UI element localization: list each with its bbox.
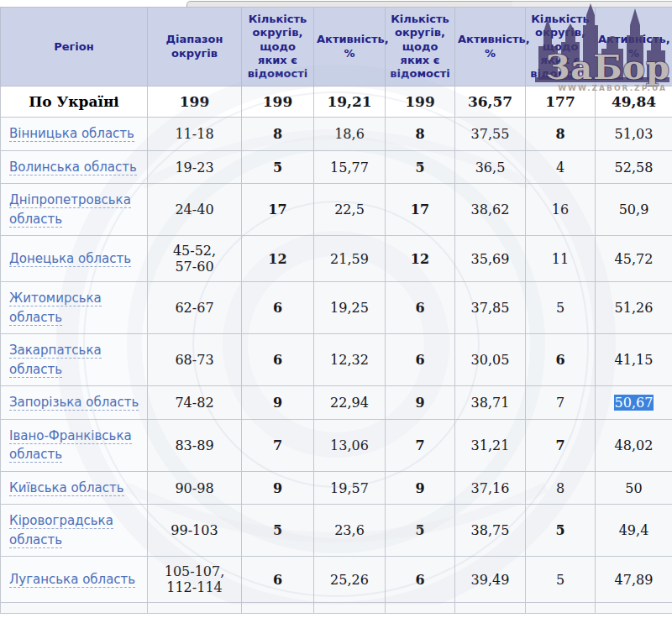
count-cell-3: 16 xyxy=(526,184,596,236)
activity-cell-2: 31,21 xyxy=(455,419,526,471)
summary-count-3: 177 xyxy=(526,86,596,118)
activity-cell-3: 49,4 xyxy=(596,505,672,557)
range-value: 68-73 xyxy=(148,334,242,386)
activity-cell-2: 30,05 xyxy=(455,334,526,386)
table-row: Закарпатська область 68-73 6 12,32 6 30,… xyxy=(1,334,672,386)
table-row: Волинська область 19-23 5 15,77 5 36,5 4… xyxy=(1,150,672,184)
header-activity-1: Активність, % xyxy=(314,8,386,86)
activity-cell-3: 50,9 xyxy=(596,184,672,236)
count-cell-1: 5 xyxy=(242,150,314,184)
region-cell: Житомирська область xyxy=(1,282,148,334)
count-cell-2: 5 xyxy=(386,150,455,184)
region-cell: Івано-Франківська область xyxy=(1,419,148,471)
summary-activity-3: 49,84 xyxy=(596,86,672,118)
activity-cell-3: 51,03 xyxy=(596,118,672,151)
activity-cell-3: 51,26 xyxy=(596,282,672,334)
count-cell-2: 7 xyxy=(386,419,455,471)
region-link[interactable]: Вінницька область xyxy=(9,126,134,142)
region-link[interactable]: Житомирська область xyxy=(9,291,102,326)
region-cell: Київська область xyxy=(1,471,148,505)
count-cell-3: 5 xyxy=(526,282,596,334)
region-link[interactable]: Дніпропетровська область xyxy=(9,192,131,228)
activity-cell-1: 18,6 xyxy=(314,118,386,151)
activity-cell-1: 25,26 xyxy=(314,557,386,603)
count-cell-1: 6 xyxy=(242,557,314,603)
region-link[interactable]: Волинська область xyxy=(9,160,137,175)
count-cell-3: 7 xyxy=(526,419,596,471)
count-cell-1: 8 xyxy=(242,118,314,151)
activity-cell-2: 38,62 xyxy=(455,184,526,236)
region-link[interactable]: Луганська область xyxy=(9,572,135,588)
activity-cell-1: 13,06 xyxy=(314,419,386,471)
activity-cell-1: 21,59 xyxy=(314,236,386,282)
activity-cell-2: 37,55 xyxy=(455,118,526,151)
table-row: Запорізька область 74-82 9 22,94 9 38,71… xyxy=(1,386,672,420)
count-cell-2: 8 xyxy=(386,118,455,151)
header-district-range: Діапазон округів xyxy=(148,8,242,86)
count-cell-3: 11 xyxy=(526,236,596,282)
range-value: 24-40 xyxy=(148,184,242,236)
count-cell-3: 5 xyxy=(526,505,596,557)
count-cell-3: 5 xyxy=(526,557,596,603)
range-value: 19-23 xyxy=(148,150,242,184)
count-cell-1: 9 xyxy=(242,386,314,420)
header-districts-reported-3: Кількість округів, щодо яких є відомості xyxy=(526,8,596,86)
count-cell-2: 9 xyxy=(386,471,455,505)
header-activity-3: Активність, % xyxy=(596,8,672,86)
region-link[interactable]: Київська область xyxy=(9,480,124,496)
header-districts-reported-2: Кількість округів, щодо яких є відомості xyxy=(386,8,455,86)
next-row-partial xyxy=(1,603,672,614)
range-value: 62-67 xyxy=(148,282,242,334)
activity-cell-3: 48,02 xyxy=(596,419,672,471)
count-cell-1: 12 xyxy=(242,236,314,282)
range-value: 105-107, 112-114 xyxy=(148,557,242,603)
activity-cell-3: 41,15 xyxy=(596,334,672,386)
activity-cell-3: 50 xyxy=(596,471,672,505)
summary-activity-2: 36,57 xyxy=(455,86,526,118)
page-top-strip xyxy=(0,0,672,7)
header-row: Регіон Діапазон округів Кількість округі… xyxy=(1,8,672,86)
header-region: Регіон xyxy=(1,8,148,86)
count-cell-2: 6 xyxy=(386,334,455,386)
table-row: Дніпропетровська область 24-40 17 22,5 1… xyxy=(1,184,672,236)
header-districts-reported-1: Кількість округів, щодо яких є відомості xyxy=(242,8,314,86)
region-link[interactable]: Запорізька область xyxy=(9,395,139,411)
activity-cell-2: 36,5 xyxy=(455,150,526,184)
activity-cell-2: 37,16 xyxy=(455,471,526,505)
activity-cell-2: 37,85 xyxy=(455,282,526,334)
activity-cell-2: 35,69 xyxy=(455,236,526,282)
count-cell-3: 7 xyxy=(526,386,596,420)
region-cell: Кіровоградська область xyxy=(1,505,148,557)
activity-cell-1: 19,25 xyxy=(314,282,386,334)
region-cell: Дніпропетровська область xyxy=(1,184,148,236)
activity-cell-3: 52,58 xyxy=(596,150,672,184)
count-cell-3: 4 xyxy=(526,150,596,184)
summary-region-label: По Україні xyxy=(1,86,148,118)
activity-cell-3: 50,67 xyxy=(596,386,672,420)
count-cell-1: 6 xyxy=(242,334,314,386)
table-row: Вінницька область 11-18 8 18,6 8 37,55 8… xyxy=(1,118,672,151)
range-value: 83-89 xyxy=(148,419,242,471)
activity-cell-1: 12,32 xyxy=(314,334,386,386)
summary-count-2: 199 xyxy=(386,86,455,118)
activity-cell-1: 23,6 xyxy=(314,505,386,557)
header-activity-2: Активність, % xyxy=(455,8,526,86)
region-link[interactable]: Донецька область xyxy=(9,251,131,267)
region-link[interactable]: Закарпатська область xyxy=(9,343,102,378)
range-value: 45-52, 57-60 xyxy=(148,236,242,282)
region-cell: Донецька область xyxy=(1,236,148,282)
table-row: Кіровоградська область 99-103 5 23,6 5 3… xyxy=(1,505,672,557)
count-cell-1: 17 xyxy=(242,184,314,236)
summary-row-ukraine: По Україні 199 199 19,21 199 36,57 177 4… xyxy=(1,86,672,118)
activity-cell-1: 15,77 xyxy=(314,150,386,184)
activity-cell-2: 38,75 xyxy=(455,505,526,557)
activity-cell-2: 38,71 xyxy=(455,386,526,420)
selected-text: 50,67 xyxy=(614,395,654,411)
turnout-table: Регіон Діапазон округів Кількість округі… xyxy=(0,7,672,614)
activity-cell-1: 19,57 xyxy=(314,471,386,505)
region-link[interactable]: Кіровоградська область xyxy=(9,513,113,548)
count-cell-1: 5 xyxy=(242,505,314,557)
count-cell-2: 6 xyxy=(386,557,455,603)
region-cell: Запорізька область xyxy=(1,386,148,420)
region-link[interactable]: Івано-Франківська область xyxy=(9,428,132,464)
